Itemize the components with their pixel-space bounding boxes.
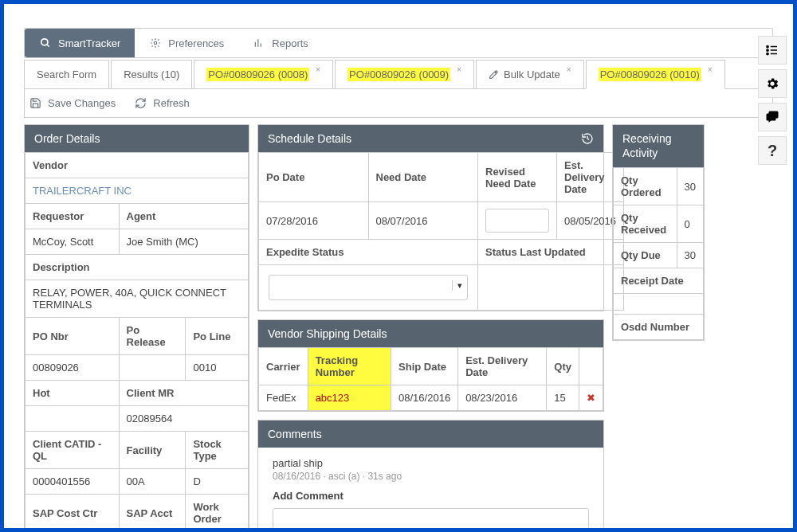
vendor-label: Vendor	[26, 153, 249, 178]
schedule-panel: Schedule Details Po Date Need Date Revis…	[257, 124, 604, 311]
stock-type-label: Stock Type	[186, 432, 249, 469]
svg-point-8	[767, 45, 768, 47]
client-mr-value: 02089564	[119, 406, 248, 432]
tab-bulk-update[interactable]: Bulk Update ×	[476, 60, 584, 88]
panel-title: Receiving Activity	[622, 132, 694, 160]
help-icon[interactable]: ?	[758, 136, 787, 165]
svg-line-1	[47, 45, 49, 47]
tab-po-0008[interactable]: PO#00809026 (0008) ×	[194, 60, 333, 88]
bar-chart-icon	[253, 37, 265, 49]
close-icon[interactable]: ×	[457, 65, 461, 74]
tab-po-0010[interactable]: PO#00809026 (0010) ×	[586, 60, 725, 89]
expedite-cell	[259, 265, 478, 311]
tab-po-0009[interactable]: PO#00809026 (0009) ×	[335, 60, 474, 88]
shipping-panel: Vendor Shipping Details Carrier Tracking…	[257, 319, 604, 412]
history-icon[interactable]	[581, 132, 594, 145]
svg-point-10	[767, 49, 768, 51]
revised-need-input[interactable]	[485, 209, 549, 233]
carrier-value: FedEx	[259, 385, 308, 411]
receiving-panel: Receiving Activity Qty Ordered 30 Qty Re…	[612, 124, 705, 341]
comments-header: Comments	[258, 421, 603, 448]
receiving-header: Receiving Activity	[613, 125, 704, 167]
hot-value	[26, 406, 120, 432]
top-nav: SmartTracker Preferences Reports	[24, 28, 773, 58]
po-release-value	[119, 355, 186, 381]
panel-title: Schedule Details	[268, 132, 351, 145]
status-updated-value	[478, 265, 624, 311]
revised-need-label: Revised Need Date	[478, 153, 557, 202]
receipt-date-value	[614, 294, 704, 315]
comment-text: partial ship	[273, 457, 589, 469]
po-nbr-label: PO Nbr	[26, 318, 120, 355]
facility-value: 00A	[119, 469, 186, 495]
nav-smarttracker-label: SmartTracker	[58, 37, 120, 49]
agent-value: Joe Smith (MC)	[119, 229, 248, 255]
client-mr-label: Client MR	[119, 381, 248, 406]
nav-reports-label: Reports	[272, 37, 308, 49]
refresh-icon	[135, 97, 147, 109]
edit-icon	[489, 69, 499, 80]
svg-line-7	[587, 139, 589, 139]
save-icon	[29, 97, 41, 109]
panel-title: Vendor Shipping Details	[268, 327, 387, 340]
description-value: RELAY, POWER, 40A, QUICK CONNECT TERMINA…	[26, 280, 249, 318]
svg-point-2	[155, 41, 158, 45]
facility-label: Facility	[119, 432, 186, 469]
comment-input[interactable]	[273, 508, 589, 532]
sap-cost-ctr-label: SAP Cost Ctr	[26, 495, 120, 532]
po-line-label: Po Line	[186, 318, 249, 355]
tab-label: PO#00809026 (0008)	[206, 68, 309, 81]
tab-label: Search Form	[37, 68, 96, 80]
panel-title: Order Details	[34, 132, 100, 145]
action-bar: Save Changes Refresh	[24, 89, 773, 118]
status-updated-label: Status Last Updated	[478, 240, 624, 265]
close-icon[interactable]: ×	[567, 65, 571, 74]
shipping-header: Vendor Shipping Details	[258, 320, 603, 347]
refresh-button[interactable]: Refresh	[135, 97, 190, 109]
carrier-label: Carrier	[259, 348, 308, 385]
nav-reports[interactable]: Reports	[238, 29, 323, 57]
qty-due-label: Qty Due	[614, 243, 677, 268]
close-icon[interactable]: ×	[708, 65, 713, 74]
nav-preferences[interactable]: Preferences	[135, 29, 238, 57]
list-icon[interactable]	[758, 36, 787, 65]
order-details-header: Order Details	[25, 125, 249, 152]
tab-results[interactable]: Results (10)	[111, 60, 192, 88]
delete-shipment-button[interactable]: ✖	[579, 385, 603, 411]
save-changes-button[interactable]: Save Changes	[29, 97, 116, 109]
qty-received-label: Qty Received	[614, 205, 677, 243]
order-details-panel: Order Details Vendor TRAILERCRAFT INC Re…	[24, 124, 249, 532]
need-date-value: 08/07/2016	[368, 202, 478, 240]
requestor-value: McCoy, Scott	[26, 229, 120, 255]
ship-qty-label: Qty	[547, 348, 579, 385]
search-icon	[39, 37, 52, 49]
nav-smarttracker[interactable]: SmartTracker	[25, 29, 135, 57]
work-order-label: Work Order	[186, 495, 249, 532]
expedite-select[interactable]	[269, 275, 468, 300]
description-label: Description	[26, 255, 249, 280]
ship-qty-value: 15	[547, 385, 579, 411]
right-toolbar: ?	[758, 36, 787, 165]
refresh-label: Refresh	[153, 97, 190, 109]
chat-icon[interactable]	[758, 103, 787, 131]
panel-title: Comments	[268, 428, 322, 440]
expedite-label: Expedite Status	[259, 240, 478, 265]
sap-acct-label: SAP Acct	[119, 495, 186, 532]
comments-panel: Comments partial ship 08/16/2016 · asci …	[257, 420, 604, 532]
gear-icon	[149, 37, 162, 49]
tab-search-form[interactable]: Search Form	[24, 60, 109, 88]
tab-label: PO#00809026 (0010)	[599, 68, 701, 81]
vendor-value[interactable]: TRAILERCRAFT INC	[26, 178, 249, 204]
nav-preferences-label: Preferences	[168, 37, 224, 49]
ship-est-delivery-label: Est. Delivery Date	[458, 348, 547, 385]
tracking-value[interactable]: abc123	[308, 385, 391, 411]
tab-bar: Search Form Results (10) PO#00809026 (00…	[24, 60, 773, 89]
close-icon[interactable]: ×	[316, 65, 320, 74]
po-nbr-value: 00809026	[26, 355, 120, 381]
schedule-header: Schedule Details	[258, 125, 603, 152]
svg-point-12	[767, 53, 768, 54]
osdd-label: Osdd Number	[614, 315, 704, 340]
agent-label: Agent	[119, 204, 248, 229]
settings-icon[interactable]	[758, 69, 787, 98]
ship-est-delivery-value: 08/23/2016	[458, 385, 547, 411]
